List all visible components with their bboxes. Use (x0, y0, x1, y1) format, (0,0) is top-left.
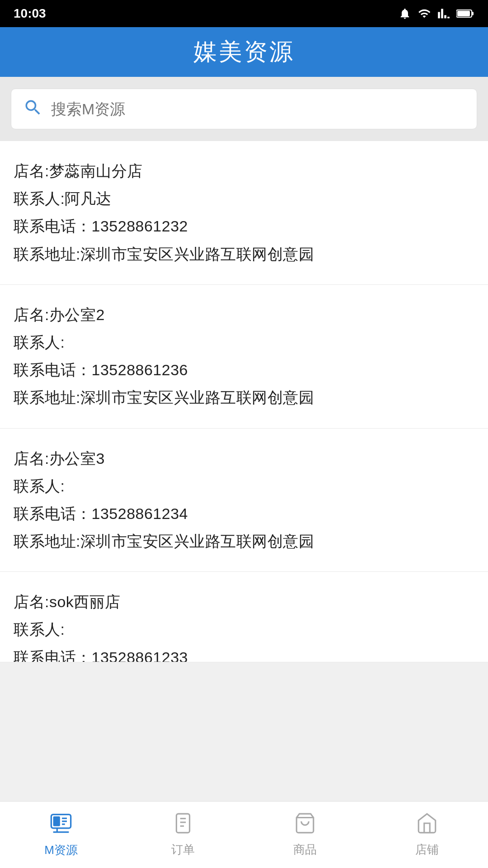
alarm-icon (399, 7, 411, 20)
store-item[interactable]: 店名:办公室2 联系人: 联系电话：13528861236 联系地址:深圳市宝安… (0, 285, 488, 429)
nav-label-store: 店铺 (415, 842, 439, 858)
nav-item-store[interactable]: 店铺 (366, 812, 488, 858)
svg-rect-9 (176, 814, 189, 833)
search-area (0, 77, 488, 141)
nav-label-order: 订单 (171, 842, 195, 858)
store-item[interactable]: 店名:办公室3 联系人: 联系电话：13528861234 联系地址:深圳市宝安… (0, 429, 488, 572)
header-title: 媒美资源 (193, 36, 295, 68)
store-contact: 联系人: (14, 472, 474, 500)
store-address: 联系地址:深圳市宝安区兴业路互联网创意园 (14, 384, 474, 411)
search-input[interactable] (51, 100, 465, 118)
store-item[interactable]: 店名:梦蕊南山分店 联系人:阿凡达 联系电话：13528861232 联系地址:… (0, 141, 488, 285)
store-list: 店名:梦蕊南山分店 联系人:阿凡达 联系电话：13528861232 联系地址:… (0, 141, 488, 662)
status-bar: 10:03 (0, 0, 488, 27)
svg-rect-4 (53, 816, 60, 826)
order-icon (172, 812, 194, 838)
battery-icon (456, 8, 474, 19)
nav-item-order[interactable]: 订单 (122, 812, 244, 858)
header: 媒美资源 (0, 27, 488, 77)
m-resource-icon (49, 811, 73, 839)
store-contact: 联系人: (14, 616, 474, 643)
store-name: 店名:梦蕊南山分店 (14, 157, 474, 185)
bottom-nav: M资源 订单 商品 店铺 (0, 801, 488, 868)
store-name: 店名:办公室3 (14, 445, 474, 472)
store-phone: 联系电话：13528861234 (14, 500, 474, 528)
nav-item-goods[interactable]: 商品 (244, 812, 366, 858)
status-time: 10:03 (14, 6, 46, 21)
nav-item-m-resource[interactable]: M资源 (0, 811, 122, 858)
svg-rect-1 (457, 11, 470, 16)
signal-icon (437, 7, 450, 20)
search-icon (23, 98, 43, 121)
store-contact: 联系人: (14, 329, 474, 356)
svg-rect-2 (472, 12, 474, 15)
store-name: 店名:sok西丽店 (14, 588, 474, 616)
store-icon (416, 812, 438, 838)
status-icons (399, 7, 474, 20)
store-phone: 联系电话：13528861232 (14, 212, 474, 240)
store-phone: 联系电话：13528861233 (14, 644, 474, 663)
store-item[interactable]: 店名:sok西丽店 联系人: 联系电话：13528861233 联系地址:深圳市… (0, 572, 488, 662)
goods-icon (294, 812, 316, 838)
store-phone: 联系电话：13528861236 (14, 356, 474, 384)
store-contact: 联系人:阿凡达 (14, 185, 474, 212)
wifi-icon (418, 7, 431, 20)
search-box[interactable] (11, 89, 477, 129)
nav-label-m-resource: M资源 (44, 842, 78, 858)
nav-label-goods: 商品 (293, 842, 317, 858)
store-name: 店名:办公室2 (14, 301, 474, 329)
store-address: 联系地址:深圳市宝安区兴业路互联网创意园 (14, 241, 474, 268)
store-address: 联系地址:深圳市宝安区兴业路互联网创意园 (14, 528, 474, 555)
